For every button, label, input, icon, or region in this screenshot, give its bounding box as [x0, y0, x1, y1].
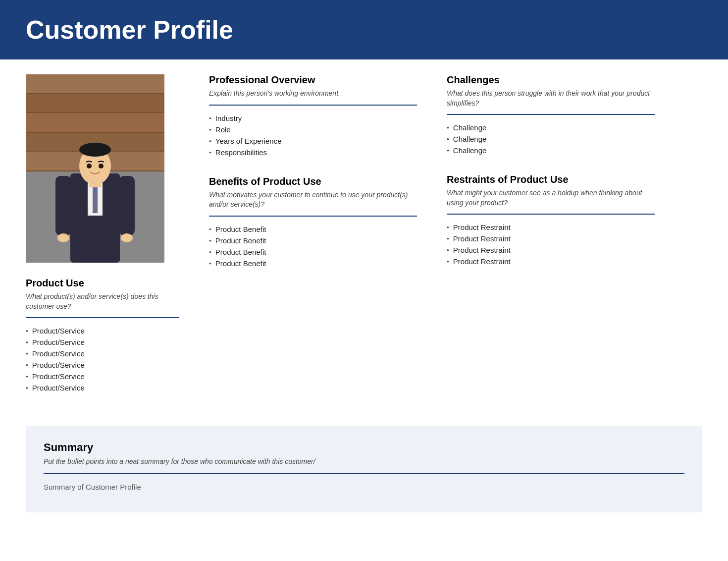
list-item: Industry [209, 112, 417, 124]
list-item: Product Benefit [209, 258, 417, 269]
professional-overview-list: Industry Role Years of Experience Respon… [209, 112, 417, 158]
svg-point-18 [79, 143, 111, 157]
list-item: Product/Service [26, 359, 179, 371]
restraints-section: Restraints of Product Use What might you… [447, 174, 655, 267]
restraints-subtitle: What might your customer see as a holdup… [447, 188, 655, 208]
product-use-section: Product Use What product(s) and/or servi… [26, 278, 179, 393]
list-item: Challenge [447, 145, 655, 156]
list-item: Product Restraint [447, 244, 655, 256]
svg-point-22 [57, 233, 69, 242]
list-item: Product/Service [26, 371, 179, 382]
product-use-subtitle: What product(s) and/or service(s) does t… [26, 292, 179, 311]
professional-overview-section: Professional Overview Explain this perso… [209, 74, 417, 158]
challenges-divider [447, 114, 655, 115]
challenges-subtitle: What does this person struggle with in t… [447, 89, 655, 108]
left-column: Product Use What product(s) and/or servi… [26, 74, 179, 411]
list-item: Product Benefit [209, 246, 417, 258]
summary-divider [44, 473, 684, 474]
list-item: Product Restraint [447, 233, 655, 244]
list-item: Product/Service [26, 337, 179, 348]
main-content: Product Use What product(s) and/or servi… [0, 59, 728, 426]
benefits-section: Benefits of Product Use What motivates y… [209, 176, 417, 269]
profile-image [26, 74, 164, 263]
svg-rect-21 [119, 176, 135, 235]
list-item: Product Restraint [447, 222, 655, 233]
summary-title: Summary [44, 441, 684, 454]
list-item: Years of Experience [209, 135, 417, 147]
restraints-divider [447, 214, 655, 215]
professional-overview-title: Professional Overview [209, 74, 417, 86]
challenges-list: Challenge Challenge Challenge [447, 122, 655, 156]
list-item: Product/Service [26, 382, 179, 393]
list-item: Product Benefit [209, 224, 417, 235]
svg-rect-20 [55, 176, 71, 235]
list-item: Product/Service [26, 325, 179, 337]
product-use-list: Product/Service Product/Service Product/… [26, 325, 179, 393]
benefits-subtitle: What motivates your customer to continue… [209, 190, 417, 210]
svg-rect-4 [26, 112, 164, 113]
benefits-divider [209, 216, 417, 217]
summary-text: Summary of Customer Profile [44, 482, 684, 493]
list-item: Responsibilities [209, 147, 417, 158]
list-item: Challenge [447, 122, 655, 133]
summary-subtitle: Put the bullet points into a neat summar… [44, 457, 684, 467]
list-item: Role [209, 124, 417, 135]
middle-column: Professional Overview Explain this perso… [209, 74, 417, 411]
svg-rect-2 [26, 93, 164, 94]
svg-point-25 [99, 164, 104, 168]
svg-rect-5 [26, 113, 164, 132]
list-item: Product/Service [26, 348, 179, 359]
list-item: Product Restraint [447, 256, 655, 267]
svg-rect-6 [26, 132, 164, 133]
svg-rect-3 [26, 94, 164, 112]
svg-point-23 [121, 233, 133, 242]
challenges-section: Challenges What does this person struggl… [447, 74, 655, 156]
summary-section: Summary Put the bullet points into a nea… [26, 426, 702, 512]
svg-rect-1 [26, 74, 164, 93]
svg-rect-19 [89, 178, 101, 187]
list-item: Product Benefit [209, 235, 417, 246]
benefits-title: Benefits of Product Use [209, 176, 417, 187]
profile-photo-placeholder [26, 74, 164, 263]
professional-overview-divider [209, 105, 417, 106]
professional-overview-subtitle: Explain this person's working environmen… [209, 89, 417, 99]
product-use-divider [26, 317, 179, 318]
list-item: Challenge [447, 133, 655, 145]
challenges-title: Challenges [447, 74, 655, 86]
page-header: Customer Profile [0, 0, 728, 59]
restraints-list: Product Restraint Product Restraint Prod… [447, 222, 655, 267]
wooden-wall-bg [26, 74, 164, 263]
right-column: Challenges What does this person struggl… [447, 74, 655, 411]
page-title: Customer Profile [26, 15, 702, 45]
benefits-list: Product Benefit Product Benefit Product … [209, 224, 417, 269]
restraints-title: Restraints of Product Use [447, 174, 655, 185]
product-use-title: Product Use [26, 278, 179, 289]
svg-point-24 [87, 164, 92, 168]
